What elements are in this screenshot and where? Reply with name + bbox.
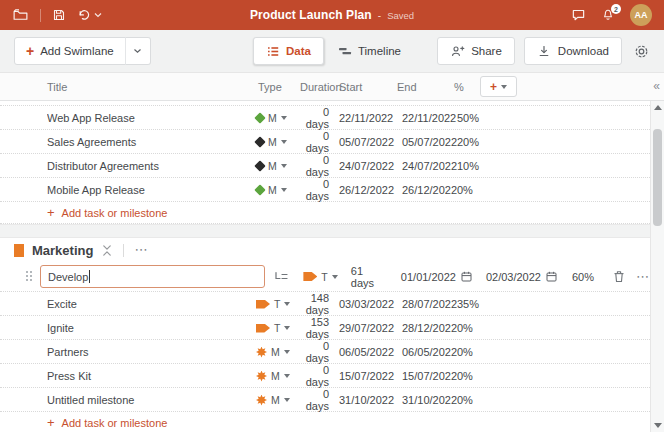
- type-cell[interactable]: T: [303, 271, 337, 283]
- type-cell[interactable]: M: [256, 136, 298, 148]
- percent-cell[interactable]: 20%: [457, 136, 505, 148]
- table-row[interactable]: Ignite T 153 days 29/07/2022 28/12/2022 …: [0, 316, 650, 340]
- start-date-cell[interactable]: 15/07/2022: [336, 370, 399, 382]
- table-row[interactable]: Sales Agreements M 0 days 05/07/2022 05/…: [0, 130, 650, 154]
- end-date-cell[interactable]: 22/11/2022: [399, 112, 457, 124]
- vertical-scrollbar[interactable]: [650, 101, 664, 432]
- percent-cell[interactable]: 0%: [457, 370, 505, 382]
- table-row[interactable]: Press Kit M 0 days 15/07/2022 15/07/2022…: [0, 364, 650, 388]
- scroll-up-arrow-icon[interactable]: [654, 105, 662, 110]
- start-date-cell[interactable]: 05/07/2022: [336, 136, 399, 148]
- end-date-cell[interactable]: 28/07/2022: [399, 298, 457, 310]
- percent-cell[interactable]: 0%: [457, 322, 505, 334]
- scroll-down-arrow-icon[interactable]: [654, 423, 662, 428]
- task-title[interactable]: Mobile App Release: [47, 184, 256, 196]
- undo-icon[interactable]: [77, 8, 91, 22]
- download-button[interactable]: Download: [524, 37, 622, 65]
- task-title[interactable]: Partners: [47, 346, 256, 358]
- notifications-bell-icon[interactable]: 2: [601, 8, 615, 22]
- add-column-button[interactable]: +: [480, 76, 517, 97]
- start-date-cell[interactable]: 01/01/2022: [401, 271, 472, 283]
- duration-cell[interactable]: 148 days: [298, 292, 336, 316]
- duration-cell[interactable]: 0 days: [298, 130, 336, 154]
- percent-cell[interactable]: 0%: [457, 184, 505, 196]
- comments-icon[interactable]: [571, 8, 586, 22]
- avatar[interactable]: AA: [630, 4, 652, 26]
- percent-cell[interactable]: 0%: [457, 394, 505, 406]
- duration-cell[interactable]: 153 days: [298, 316, 336, 340]
- task-title[interactable]: Excite: [47, 298, 256, 310]
- type-cell[interactable]: M: [256, 346, 298, 358]
- drag-handle-icon[interactable]: [26, 271, 34, 283]
- swimlane-name[interactable]: Marketing: [32, 243, 93, 258]
- document-title[interactable]: Product Launch Plan: [250, 8, 372, 22]
- type-cell[interactable]: M: [256, 160, 298, 172]
- percent-cell[interactable]: 60%: [572, 271, 594, 283]
- scrollbar-thumb[interactable]: [653, 129, 662, 226]
- end-date-cell[interactable]: 24/07/2022: [399, 160, 457, 172]
- indent-subtask-icon[interactable]: [274, 271, 288, 282]
- duration-cell[interactable]: 0 days: [298, 364, 336, 388]
- end-date-cell[interactable]: 06/05/2022: [399, 346, 457, 358]
- end-date-cell[interactable]: 31/10/2022: [399, 394, 457, 406]
- percent-cell[interactable]: 50%: [457, 112, 505, 124]
- duration-cell[interactable]: 0 days: [298, 388, 336, 412]
- type-cell[interactable]: M: [256, 394, 298, 406]
- task-title[interactable]: Untitled milestone: [47, 394, 256, 406]
- end-date-cell[interactable]: 05/07/2022: [399, 136, 457, 148]
- tab-timeline[interactable]: Timeline: [328, 37, 411, 65]
- duration-cell[interactable]: 0 days: [298, 106, 336, 130]
- duration-cell[interactable]: 61 days: [351, 265, 387, 289]
- percent-cell[interactable]: 35%: [457, 298, 505, 310]
- task-title[interactable]: Ignite: [47, 322, 256, 334]
- type-cell[interactable]: T: [256, 322, 298, 334]
- delete-row-trash-icon[interactable]: [613, 270, 625, 283]
- swimlane-more-icon[interactable]: ⋯: [134, 245, 148, 255]
- start-date-cell[interactable]: 24/07/2022: [336, 160, 399, 172]
- end-date-cell[interactable]: 15/07/2022: [399, 370, 457, 382]
- tab-data[interactable]: Data: [253, 37, 324, 65]
- collapse-swimlane-icon[interactable]: [101, 244, 113, 257]
- editing-row[interactable]: Develop T 61 days 01/01/2022 02/03/: [0, 262, 650, 292]
- task-title[interactable]: Sales Agreements: [47, 136, 256, 148]
- share-button[interactable]: Share: [437, 37, 515, 65]
- duration-cell[interactable]: 0 days: [298, 178, 336, 202]
- end-date-cell[interactable]: 28/12/2022: [399, 322, 457, 334]
- task-title[interactable]: Press Kit: [47, 370, 256, 382]
- table-row[interactable]: Excite T 148 days 03/03/2022 28/07/2022 …: [0, 292, 650, 316]
- duration-cell[interactable]: 0 days: [298, 340, 336, 364]
- percent-cell[interactable]: 0%: [457, 346, 505, 358]
- app-home-icon[interactable]: [12, 7, 29, 23]
- type-cell[interactable]: M: [256, 112, 298, 124]
- task-title[interactable]: Distributor Agreements: [47, 160, 256, 172]
- settings-gear-icon[interactable]: [633, 43, 650, 60]
- start-date-cell[interactable]: 22/11/2022: [336, 112, 399, 124]
- start-date-cell[interactable]: 29/07/2022: [336, 322, 399, 334]
- table-row[interactable]: Mobile App Release M 0 days 26/12/2022 2…: [0, 178, 650, 202]
- start-date-cell[interactable]: 03/03/2022: [336, 298, 399, 310]
- start-date-cell[interactable]: 31/10/2022: [336, 394, 399, 406]
- end-date-cell[interactable]: 02/03/2022: [486, 271, 557, 283]
- collapse-panel-icon[interactable]: «: [653, 80, 660, 92]
- row-more-icon[interactable]: ⋯: [636, 272, 650, 282]
- add-swimlane-dropdown-button[interactable]: [125, 37, 151, 65]
- type-cell[interactable]: M: [256, 184, 298, 196]
- undo-chevron-down-icon[interactable]: [94, 12, 102, 18]
- add-task-row[interactable]: + Add task or milestone: [0, 202, 650, 224]
- duration-cell[interactable]: 0 days: [298, 154, 336, 178]
- save-icon[interactable]: [52, 8, 66, 22]
- start-date-cell[interactable]: 26/12/2022: [336, 184, 399, 196]
- add-swimlane-button[interactable]: + Add Swimlane: [14, 37, 126, 65]
- table-row[interactable]: Untitled milestone M 0 days 31/10/2022 3…: [0, 388, 650, 412]
- table-row[interactable]: Web App Release M 0 days 22/11/2022 22/1…: [0, 106, 650, 130]
- table-row[interactable]: Partners M 0 days 06/05/2022 06/05/2022 …: [0, 340, 650, 364]
- type-cell[interactable]: M: [256, 370, 298, 382]
- add-task-row[interactable]: + Add task or milestone: [0, 412, 650, 432]
- percent-cell[interactable]: 10%: [457, 160, 505, 172]
- type-cell[interactable]: T: [256, 298, 298, 310]
- table-row[interactable]: Distributor Agreements M 0 days 24/07/20…: [0, 154, 650, 178]
- task-title-input[interactable]: Develop: [40, 265, 265, 288]
- task-title[interactable]: Web App Release: [47, 112, 256, 124]
- end-date-cell[interactable]: 26/12/2022: [399, 184, 457, 196]
- start-date-cell[interactable]: 06/05/2022: [336, 346, 399, 358]
